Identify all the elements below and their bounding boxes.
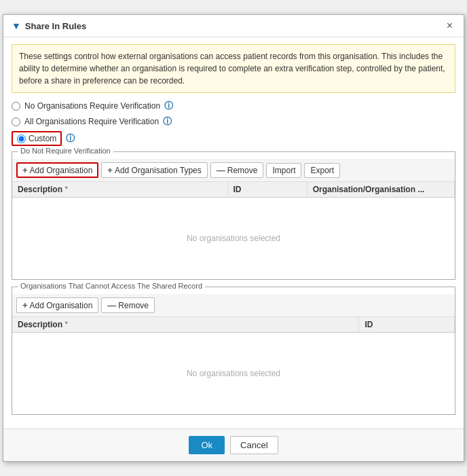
section2-remove-label: Remove [118, 301, 149, 310]
dialog-footer: Ok Cancel [3, 428, 464, 461]
col-header-id: ID [228, 182, 307, 197]
add-org-label: Add Organisation [30, 166, 93, 175]
section2-table: Description ˅ ID No organisations select… [12, 317, 455, 414]
add-org-types-plus-icon: + [107, 165, 113, 175]
section2-table-body: No organisations selected [12, 333, 455, 414]
dialog-title-icon: ▼ [12, 20, 21, 31]
add-organisation-button[interactable]: + Add Organisation [16, 162, 98, 178]
custom-radio[interactable] [17, 134, 26, 143]
section1-empty-message: No organisations selected [187, 234, 280, 243]
col-header-org: Organisation/Organisation ... [307, 182, 455, 197]
custom-info-icon[interactable]: ⓘ [66, 132, 75, 145]
section2-empty-message: No organisations selected [187, 369, 280, 378]
all-verify-info-icon[interactable]: ⓘ [163, 115, 172, 128]
col-org-label: Organisation/Organisation ... [313, 185, 425, 194]
col-id-label: ID [234, 185, 242, 194]
no-verify-radio[interactable] [12, 102, 20, 111]
info-text: These settings control how external orga… [19, 52, 445, 86]
col-header-description: Description ˅ [12, 182, 228, 197]
section1-table-header: Description ˅ ID Organisation/Organisati… [12, 182, 455, 198]
dialog-title: Share In Rules [25, 21, 86, 31]
ok-button[interactable]: Ok [189, 436, 225, 454]
export-label: Export [310, 166, 334, 175]
all-verify-row: All Organisations Require Verification ⓘ [12, 115, 455, 128]
close-button[interactable]: × [444, 20, 455, 31]
sort-arrow-desc[interactable]: ˅ [64, 186, 68, 194]
remove-minus-icon: — [217, 165, 225, 175]
section2-col-header-description: Description ˅ [12, 317, 359, 332]
section2-remove-button[interactable]: — Remove [101, 297, 155, 313]
section2-add-plus-icon: + [22, 300, 28, 310]
section2-col-header-id: ID [359, 317, 455, 332]
all-verify-radio[interactable] [12, 117, 20, 126]
section2-col-id-label: ID [365, 320, 373, 329]
section2-legend: Organisations That Cannot Access The Sha… [18, 282, 205, 290]
section2-sort-arrow[interactable]: ˅ [64, 321, 68, 329]
no-verify-row: No Organisations Require Verification ⓘ [12, 100, 455, 112]
custom-label[interactable]: Custom [29, 134, 56, 143]
all-verify-label[interactable]: All Organisations Require Verification [24, 117, 159, 126]
section2-add-org-label: Add Organisation [30, 301, 93, 310]
import-button[interactable]: Import [266, 163, 301, 178]
section2-remove-minus-icon: — [107, 300, 116, 310]
no-verify-info-icon[interactable]: ⓘ [164, 100, 173, 112]
dialog-body: These settings control how external orga… [3, 37, 464, 428]
section1-toolbar: + Add Organisation + Add Organisation Ty… [12, 159, 455, 182]
section1-table-body: No organisations selected [12, 198, 455, 279]
do-not-require-section: Do Not Require Verification + Add Organi… [12, 151, 455, 280]
no-verify-label[interactable]: No Organisations Require Verification [24, 101, 160, 111]
add-org-plus-icon: + [22, 165, 28, 175]
section2-toolbar: + Add Organisation — Remove [12, 294, 455, 317]
add-org-types-label: Add Organisation Types [115, 166, 202, 175]
add-organisation-types-button[interactable]: + Add Organisation Types [101, 162, 207, 178]
section1-table: Description ˅ ID Organisation/Organisati… [12, 182, 455, 279]
remove-label: Remove [227, 166, 258, 175]
cancel-button[interactable]: Cancel [230, 436, 278, 454]
col-desc-label: Description [18, 185, 62, 194]
share-in-rules-dialog: ▼ Share In Rules × These settings contro… [3, 14, 464, 462]
radio-group: No Organisations Require Verification ⓘ … [12, 100, 455, 146]
custom-row: Custom ⓘ [12, 131, 455, 146]
section1-legend: Do Not Require Verification [18, 147, 113, 155]
section2-add-organisation-button[interactable]: + Add Organisation [16, 297, 98, 313]
dialog-titlebar: ▼ Share In Rules × [3, 15, 464, 37]
cannot-access-section: Organisations That Cannot Access The Sha… [12, 287, 455, 415]
section2-col-desc-label: Description [18, 320, 62, 329]
import-label: Import [272, 166, 295, 175]
section2-table-header: Description ˅ ID [12, 317, 455, 333]
custom-highlight: Custom [12, 131, 62, 146]
export-button[interactable]: Export [304, 163, 340, 178]
info-box: These settings control how external orga… [12, 44, 455, 93]
remove-button[interactable]: — Remove [210, 162, 264, 178]
titlebar-left: ▼ Share In Rules [12, 20, 86, 31]
